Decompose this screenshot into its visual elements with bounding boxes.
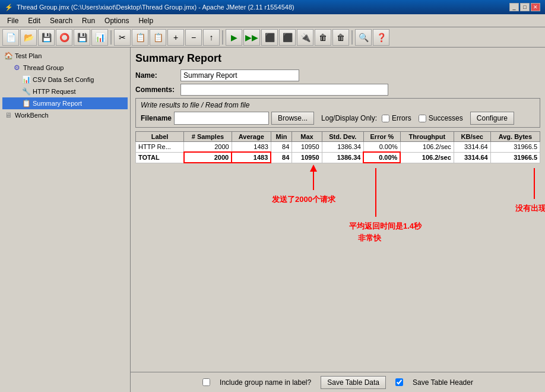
group-name-checkbox[interactable] (202, 378, 210, 386)
file-section: Write results to file / Read from file F… (135, 98, 540, 128)
toolbar-separator-1 (110, 30, 112, 45)
svg-text:没有出现错误: 没有出现错误 (515, 204, 545, 213)
cell-samples-total: 2000 (184, 152, 232, 163)
cell-throughput-0: 106.2/sec (400, 142, 454, 153)
file-section-title: Write results to file / Read from file (141, 101, 535, 109)
app-icon: ⚡ (5, 4, 13, 11)
successes-label: Successes (429, 114, 463, 122)
workbench-icon: 🖥 (4, 110, 13, 120)
content-area: Summary Report Name: Comments: Write res… (131, 48, 545, 392)
cell-kb-0: 3314.64 (454, 142, 490, 153)
run-no-pause-button[interactable]: ▶▶ (243, 29, 260, 46)
paste-button[interactable]: 📋 (150, 29, 166, 46)
maximize-btn[interactable]: □ (520, 3, 530, 11)
cell-label-0: HTTP Re... (136, 142, 184, 153)
col-std-dev: Std. Dev. (322, 132, 363, 142)
comments-row: Comments: (135, 84, 540, 96)
cut-button[interactable]: ✂ (114, 29, 131, 46)
col-error-pct: Error % (363, 132, 400, 142)
annotations-overlay: 发送了2000个请求 平均返回时间是1.4秒 非常快 没有出现错误 (135, 163, 539, 264)
report-icon: 📋 (21, 99, 31, 108)
table-header-row: Label # Samples Average Min Max Std. Dev… (136, 132, 540, 142)
cell-throughput-total: 106.2/sec (400, 152, 454, 163)
collapse-button[interactable]: − (185, 29, 202, 46)
menu-edit[interactable]: Edit (23, 15, 45, 26)
errors-checkbox[interactable] (382, 115, 389, 122)
svg-text:平均返回时间是1.4秒: 平均返回时间是1.4秒 (349, 222, 422, 230)
save-button[interactable]: 💾 (38, 29, 55, 46)
log-display-label: Log/Display Only: (321, 114, 377, 122)
table-row-total: TOTAL 2000 1483 84 10950 1386.34 0.00% 1… (136, 152, 540, 163)
thread-group-icon: ⚙ (12, 63, 21, 72)
col-min: Min (271, 132, 292, 142)
window-title: Thread Group.jmx (C:\Users\xiaot\Desktop… (17, 4, 294, 11)
help-button[interactable]: ❓ (373, 29, 389, 46)
table-wrapper: Label # Samples Average Min Max Std. Dev… (135, 131, 540, 163)
report-label: Summary Report (33, 100, 82, 107)
http-label: HTTP Request (33, 88, 76, 95)
minimize-btn[interactable]: _ (509, 3, 519, 11)
sidebar-item-http-request[interactable]: 🔧 HTTP Request (2, 86, 128, 97)
cell-average-total: 1483 (232, 152, 271, 163)
cell-kb-total: 3314.64 (454, 152, 490, 163)
filename-input[interactable] (174, 112, 269, 125)
menu-file[interactable]: File (2, 15, 23, 26)
test-plan-icon: 🏠 (4, 51, 13, 61)
menu-search[interactable]: Search (45, 15, 77, 26)
copy-button[interactable]: 📋 (132, 29, 148, 46)
save-header-checkbox[interactable] (395, 378, 403, 386)
shutdown-button[interactable]: 🔌 (297, 29, 313, 46)
comments-input[interactable] (180, 84, 388, 96)
col-kb-sec: KB/sec (454, 132, 490, 142)
title-text: ⚡ Thread Group.jmx (C:\Users\xiaot\Deskt… (5, 4, 294, 11)
configure-button[interactable]: Configure (470, 112, 514, 125)
summary-table: Label # Samples Average Min Max Std. Dev… (135, 131, 540, 163)
browse-button[interactable]: Browse... (271, 112, 314, 125)
toolbar: 📄 📂 💾 ⭕ 💾 📊 ✂ 📋 📋 + − ↑ ▶ ▶▶ ⬛ ⬛ 🔌 🗑 🗑 🔍… (0, 27, 545, 48)
cell-label-total: TOTAL (136, 152, 184, 163)
sidebar-item-csv-data[interactable]: 📊 CSV Data Set Config (2, 74, 128, 86)
menu-help[interactable]: Help (134, 15, 158, 26)
clear-all-button[interactable]: 🗑 (332, 29, 349, 46)
test-plan-label: Test Plan (15, 52, 42, 59)
bottom-bar: Include group name in label? Save Table … (131, 372, 545, 392)
menu-options[interactable]: Options (100, 15, 134, 26)
successes-checkbox[interactable] (419, 115, 426, 122)
cell-std-0: 1386.34 (322, 142, 363, 153)
cell-samples-0: 2000 (184, 142, 232, 153)
sidebar-item-test-plan[interactable]: 🏠 Test Plan (2, 50, 128, 62)
close-btn[interactable]: ✕ (531, 3, 540, 11)
cell-min-total: 84 (271, 152, 292, 163)
expand-button[interactable]: + (167, 29, 184, 46)
name-label: Name: (135, 71, 177, 80)
table-row: HTTP Re... 2000 1483 84 10950 1386.34 0.… (136, 142, 540, 153)
name-row: Name: (135, 69, 540, 81)
save-as-button[interactable]: 💾 (74, 29, 90, 46)
templates-button[interactable]: 📊 (91, 29, 108, 46)
sidebar-item-thread-group[interactable]: ⚙ Thread Group (2, 62, 128, 74)
save-table-button[interactable]: Save Table Data (321, 376, 386, 389)
new-button[interactable]: 📄 (2, 29, 19, 46)
sidebar-item-summary-report[interactable]: 📋 Summary Report (2, 97, 128, 109)
toolbar-separator-3 (351, 30, 353, 45)
revert-button[interactable]: ⭕ (56, 29, 72, 46)
menu-run[interactable]: Run (77, 15, 100, 26)
col-max: Max (292, 132, 322, 142)
filename-label: Filename (141, 114, 172, 122)
content-inner: Summary Report Name: Comments: Write res… (131, 48, 545, 372)
name-input[interactable] (180, 69, 299, 81)
clear-button[interactable]: 🗑 (315, 29, 331, 46)
cell-error-total: 0.00% (363, 152, 400, 163)
sidebar-item-workbench[interactable]: 🖥 WorkBench (2, 109, 128, 121)
file-row: Filename Browse... Log/Display Only: Err… (141, 112, 535, 125)
search-button[interactable]: 🔍 (355, 29, 372, 46)
errors-label: Errors (392, 114, 411, 122)
run-button[interactable]: ▶ (226, 29, 242, 46)
cell-max-0: 10950 (292, 142, 322, 153)
stop-button[interactable]: ⬛ (261, 29, 278, 46)
stop-now-button[interactable]: ⬛ (279, 29, 296, 46)
group-name-label: Include group name in label? (220, 378, 311, 387)
toggle-button[interactable]: ↑ (203, 29, 220, 46)
open-button[interactable]: 📂 (20, 29, 37, 46)
save-header-label: Save Table Header (413, 378, 473, 387)
